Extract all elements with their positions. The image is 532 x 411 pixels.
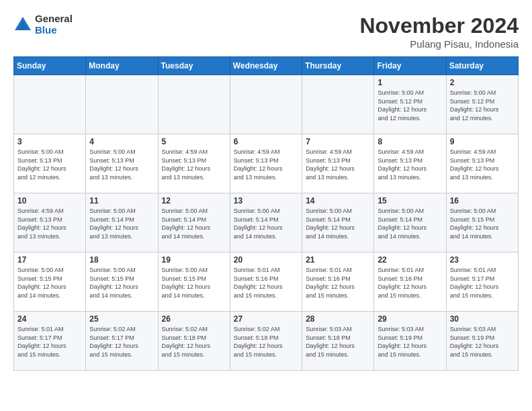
calendar-week-3: 10Sunrise: 4:59 AM Sunset: 5:13 PM Dayli… xyxy=(14,193,519,253)
cell-content: Sunrise: 5:00 AM Sunset: 5:14 PM Dayligh… xyxy=(306,207,370,240)
day-number: 6 xyxy=(234,137,298,146)
cell-content: Sunrise: 5:00 AM Sunset: 5:15 PM Dayligh… xyxy=(89,266,154,300)
cell-content: Sunrise: 5:00 AM Sunset: 5:15 PM Dayligh… xyxy=(450,207,515,240)
calendar-table: Sunday Monday Tuesday Wednesday Thursday… xyxy=(13,56,519,371)
calendar-cell: 26Sunrise: 5:02 AM Sunset: 5:18 PM Dayli… xyxy=(158,312,230,371)
cell-content: Sunrise: 5:00 AM Sunset: 5:15 PM Dayligh… xyxy=(162,266,226,300)
cell-content: Sunrise: 5:00 AM Sunset: 5:12 PM Dayligh… xyxy=(450,89,515,122)
calendar-cell: 4Sunrise: 5:00 AM Sunset: 5:13 PM Daylig… xyxy=(86,134,158,193)
col-saturday: Saturday xyxy=(446,57,518,75)
calendar-cell: 24Sunrise: 5:01 AM Sunset: 5:17 PM Dayli… xyxy=(14,312,86,371)
calendar-cell xyxy=(302,75,374,134)
col-thursday: Thursday xyxy=(302,57,374,75)
calendar-cell: 16Sunrise: 5:00 AM Sunset: 5:15 PM Dayli… xyxy=(446,193,518,253)
day-number: 21 xyxy=(306,255,370,265)
day-number: 19 xyxy=(162,255,226,265)
logo-general-label: General xyxy=(35,13,73,25)
calendar-cell: 9Sunrise: 4:59 AM Sunset: 5:13 PM Daylig… xyxy=(446,134,518,193)
cell-content: Sunrise: 5:02 AM Sunset: 5:18 PM Dayligh… xyxy=(162,325,226,359)
calendar-cell: 25Sunrise: 5:02 AM Sunset: 5:17 PM Dayli… xyxy=(86,312,158,371)
day-number: 16 xyxy=(450,196,515,205)
day-number: 30 xyxy=(450,314,515,324)
day-number: 23 xyxy=(450,255,515,265)
page-header: General Blue November 2024 Pulang Pisau,… xyxy=(13,13,519,50)
cell-content: Sunrise: 5:01 AM Sunset: 5:16 PM Dayligh… xyxy=(306,266,370,300)
day-number: 29 xyxy=(378,314,442,324)
day-number: 4 xyxy=(89,137,154,146)
day-number: 10 xyxy=(17,196,82,205)
col-friday: Friday xyxy=(374,57,446,75)
cell-content: Sunrise: 5:00 AM Sunset: 5:13 PM Dayligh… xyxy=(89,148,154,181)
calendar-cell: 29Sunrise: 5:03 AM Sunset: 5:19 PM Dayli… xyxy=(374,312,446,371)
cell-content: Sunrise: 5:01 AM Sunset: 5:16 PM Dayligh… xyxy=(234,266,298,300)
cell-content: Sunrise: 4:59 AM Sunset: 5:13 PM Dayligh… xyxy=(450,148,515,181)
day-number: 24 xyxy=(17,314,82,324)
cell-content: Sunrise: 4:59 AM Sunset: 5:13 PM Dayligh… xyxy=(306,148,370,181)
cell-content: Sunrise: 5:02 AM Sunset: 5:18 PM Dayligh… xyxy=(234,325,298,359)
day-number: 13 xyxy=(234,196,298,205)
cell-content: Sunrise: 5:03 AM Sunset: 5:19 PM Dayligh… xyxy=(378,325,442,359)
day-number: 2 xyxy=(450,78,515,87)
header-row: Sunday Monday Tuesday Wednesday Thursday… xyxy=(14,57,519,75)
calendar-cell: 2Sunrise: 5:00 AM Sunset: 5:12 PM Daylig… xyxy=(446,75,518,134)
calendar-cell xyxy=(86,75,158,134)
calendar-cell: 18Sunrise: 5:00 AM Sunset: 5:15 PM Dayli… xyxy=(86,253,158,312)
col-wednesday: Wednesday xyxy=(230,57,302,75)
day-number: 1 xyxy=(378,78,442,87)
logo: General Blue xyxy=(13,13,73,36)
day-number: 8 xyxy=(378,137,442,146)
logo-icon xyxy=(13,15,32,34)
day-number: 22 xyxy=(378,255,442,265)
cell-content: Sunrise: 5:00 AM Sunset: 5:14 PM Dayligh… xyxy=(89,207,154,240)
calendar-cell: 12Sunrise: 5:00 AM Sunset: 5:14 PM Dayli… xyxy=(158,193,230,253)
calendar-cell: 15Sunrise: 5:00 AM Sunset: 5:14 PM Dayli… xyxy=(374,193,446,253)
calendar-cell xyxy=(158,75,230,134)
calendar-cell: 22Sunrise: 5:01 AM Sunset: 5:16 PM Dayli… xyxy=(374,253,446,312)
calendar-week-5: 24Sunrise: 5:01 AM Sunset: 5:17 PM Dayli… xyxy=(14,312,519,371)
title-block: November 2024 Pulang Pisau, Indonesia xyxy=(359,13,519,50)
cell-content: Sunrise: 4:59 AM Sunset: 5:13 PM Dayligh… xyxy=(162,148,226,181)
day-number: 11 xyxy=(89,196,154,205)
day-number: 5 xyxy=(162,137,226,146)
calendar-body: 1Sunrise: 5:00 AM Sunset: 5:12 PM Daylig… xyxy=(14,75,519,371)
cell-content: Sunrise: 5:00 AM Sunset: 5:15 PM Dayligh… xyxy=(17,266,82,300)
cell-content: Sunrise: 5:02 AM Sunset: 5:17 PM Dayligh… xyxy=(89,325,154,359)
calendar-cell: 30Sunrise: 5:03 AM Sunset: 5:19 PM Dayli… xyxy=(446,312,518,371)
month-title: November 2024 xyxy=(359,13,519,38)
calendar-cell xyxy=(230,75,302,134)
day-number: 14 xyxy=(306,196,370,205)
day-number: 20 xyxy=(234,255,298,265)
calendar-cell: 10Sunrise: 4:59 AM Sunset: 5:13 PM Dayli… xyxy=(14,193,86,253)
calendar-cell: 1Sunrise: 5:00 AM Sunset: 5:12 PM Daylig… xyxy=(374,75,446,134)
cell-content: Sunrise: 4:59 AM Sunset: 5:13 PM Dayligh… xyxy=(234,148,298,181)
calendar-cell: 6Sunrise: 4:59 AM Sunset: 5:13 PM Daylig… xyxy=(230,134,302,193)
calendar-cell: 27Sunrise: 5:02 AM Sunset: 5:18 PM Dayli… xyxy=(230,312,302,371)
cell-content: Sunrise: 5:01 AM Sunset: 5:17 PM Dayligh… xyxy=(17,325,82,359)
day-number: 18 xyxy=(89,255,154,265)
cell-content: Sunrise: 5:03 AM Sunset: 5:19 PM Dayligh… xyxy=(450,325,515,359)
day-number: 7 xyxy=(306,137,370,146)
calendar-cell: 7Sunrise: 4:59 AM Sunset: 5:13 PM Daylig… xyxy=(302,134,374,193)
day-number: 15 xyxy=(378,196,442,205)
cell-content: Sunrise: 5:00 AM Sunset: 5:13 PM Dayligh… xyxy=(17,148,82,181)
day-number: 3 xyxy=(17,137,82,146)
col-monday: Monday xyxy=(86,57,158,75)
logo-text: General Blue xyxy=(35,13,73,36)
calendar-week-2: 3Sunrise: 5:00 AM Sunset: 5:13 PM Daylig… xyxy=(14,134,519,193)
calendar-cell: 19Sunrise: 5:00 AM Sunset: 5:15 PM Dayli… xyxy=(158,253,230,312)
day-number: 26 xyxy=(162,314,226,324)
cell-content: Sunrise: 5:01 AM Sunset: 5:17 PM Dayligh… xyxy=(450,266,515,300)
calendar-cell: 14Sunrise: 5:00 AM Sunset: 5:14 PM Dayli… xyxy=(302,193,374,253)
cell-content: Sunrise: 5:00 AM Sunset: 5:14 PM Dayligh… xyxy=(234,207,298,240)
col-sunday: Sunday xyxy=(14,57,86,75)
calendar-cell: 8Sunrise: 4:59 AM Sunset: 5:13 PM Daylig… xyxy=(374,134,446,193)
calendar-cell: 23Sunrise: 5:01 AM Sunset: 5:17 PM Dayli… xyxy=(446,253,518,312)
day-number: 17 xyxy=(17,255,82,265)
calendar-week-4: 17Sunrise: 5:00 AM Sunset: 5:15 PM Dayli… xyxy=(14,253,519,312)
cell-content: Sunrise: 5:00 AM Sunset: 5:14 PM Dayligh… xyxy=(378,207,442,240)
calendar-cell: 11Sunrise: 5:00 AM Sunset: 5:14 PM Dayli… xyxy=(86,193,158,253)
location-label: Pulang Pisau, Indonesia xyxy=(359,38,519,50)
calendar-cell: 5Sunrise: 4:59 AM Sunset: 5:13 PM Daylig… xyxy=(158,134,230,193)
day-number: 27 xyxy=(234,314,298,324)
cell-content: Sunrise: 5:03 AM Sunset: 5:18 PM Dayligh… xyxy=(306,325,370,359)
